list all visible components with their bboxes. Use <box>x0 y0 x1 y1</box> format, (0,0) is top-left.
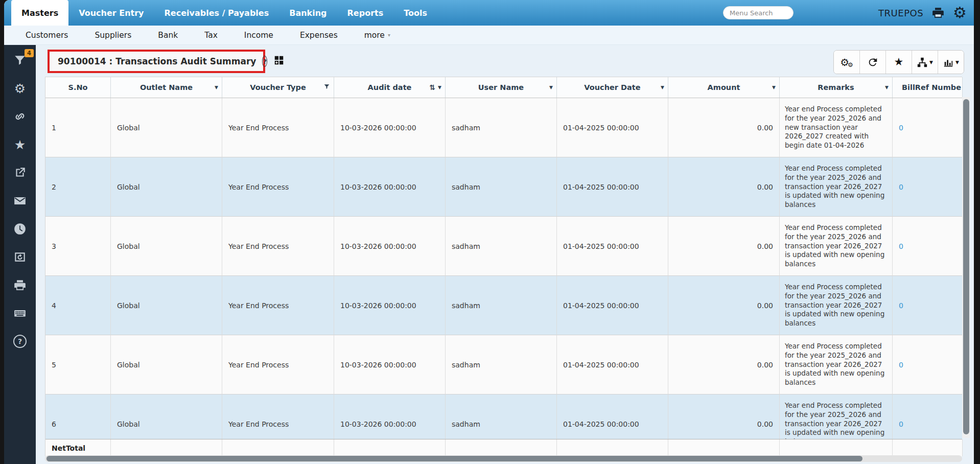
column-label: Audit date <box>368 83 412 91</box>
menu-item-tools[interactable]: Tools <box>393 0 437 26</box>
chart-button[interactable]: ▼ <box>938 51 964 74</box>
cell-user: sadham <box>446 276 557 335</box>
net-total-cell <box>557 439 668 456</box>
share-icon[interactable] <box>12 166 28 180</box>
horizontal-scrollbar <box>45 455 962 462</box>
submenu-item-more[interactable]: more▾ <box>351 31 404 40</box>
menu-item-receivables-payables[interactable]: Receivables / Payables <box>154 0 279 26</box>
chevron-down-icon[interactable]: ▼ <box>549 85 553 90</box>
cell-user: sadham <box>446 217 557 276</box>
cell-outlet: Global <box>111 217 222 276</box>
menu-item-reports[interactable]: Reports <box>337 0 394 26</box>
net-total-cell <box>668 439 780 456</box>
submenu-item-bank[interactable]: Bank <box>145 31 191 40</box>
hierarchy-button[interactable]: ▼ <box>912 51 938 74</box>
net-total-cell <box>222 439 334 456</box>
column-header-audit-date[interactable]: Audit date⇅▼ <box>334 77 446 98</box>
page-title: 90100014 : Transactions Audit Summary <box>58 56 256 66</box>
cell-audit-date: 10-03-2026 00:00:00 <box>334 217 446 276</box>
cell-audit-date: 10-03-2026 00:00:00 <box>334 276 446 335</box>
chevron-down-icon: ▾ <box>388 32 390 38</box>
submenu-item-customers[interactable]: Customers <box>12 31 81 40</box>
billref-link[interactable]: 0 <box>899 124 903 132</box>
cell-remarks: Year end Process completed for the year … <box>780 395 893 439</box>
cell-user: sadham <box>446 335 557 395</box>
billref-link[interactable]: 0 <box>899 361 903 369</box>
help-icon[interactable]: ? <box>262 56 267 67</box>
cell-sno: 1 <box>45 98 111 157</box>
menu-item-voucher-entry[interactable]: Voucher Entry <box>68 0 154 26</box>
net-total-cell <box>893 439 963 456</box>
chevron-down-icon[interactable]: ▼ <box>661 85 664 90</box>
cell-billref: 0 <box>893 157 962 217</box>
link-icon[interactable] <box>12 109 28 124</box>
column-header-s-no[interactable]: S.No <box>45 77 111 98</box>
star-button[interactable]: ★ <box>886 51 912 74</box>
column-label: Voucher Date <box>584 83 640 91</box>
star-icon[interactable]: ★ <box>12 137 28 152</box>
billref-link[interactable]: 0 <box>899 183 903 191</box>
cell-billref: 0 <box>893 98 962 157</box>
gear-icon[interactable]: ⚙ <box>953 5 967 20</box>
gears-button[interactable]: ⚙⚙ <box>834 51 860 74</box>
chevron-down-icon[interactable]: ▼ <box>438 85 441 90</box>
column-header-user-name[interactable]: User Name▼ <box>446 77 557 98</box>
chevron-down-icon[interactable]: ▼ <box>772 85 776 90</box>
menu-item-masters[interactable]: Masters <box>11 0 68 26</box>
menu-search-input[interactable] <box>723 6 794 19</box>
vertical-scrollbar-thumb[interactable] <box>963 99 969 434</box>
cell-billref: 0 <box>893 276 962 335</box>
submenu-item-income[interactable]: Income <box>231 31 287 40</box>
column-header-voucher-type[interactable]: Voucher Type <box>222 77 334 98</box>
net-total-cell <box>111 439 222 456</box>
submenu-item-label: more <box>364 31 385 40</box>
chevron-down-icon: ▼ <box>955 60 959 65</box>
keyboard-icon[interactable] <box>12 306 28 320</box>
billref-link[interactable]: 0 <box>899 420 903 428</box>
column-header-voucher-date[interactable]: Voucher Date▼ <box>557 77 668 98</box>
submenu-item-expenses[interactable]: Expenses <box>287 31 351 40</box>
grid-layout-icon[interactable] <box>273 55 285 68</box>
sort-icon[interactable]: ⇅ <box>429 83 435 91</box>
help-icon[interactable]: ? <box>12 334 28 349</box>
cell-remarks: Year end Process completed for the year … <box>780 276 893 335</box>
cell-audit-date: 10-03-2026 00:00:00 <box>334 98 446 157</box>
cell-remarks: Year end Process completed for the year … <box>780 98 893 157</box>
submenu-item-tax[interactable]: Tax <box>191 31 231 40</box>
cell-outlet: Global <box>111 157 222 217</box>
cell-amount: 0.00 <box>668 395 780 439</box>
settings-icon[interactable]: ⚙ <box>12 81 28 96</box>
filter-count-badge: 4 <box>25 49 34 57</box>
print-icon[interactable] <box>12 278 28 292</box>
column-header-billref-numbe[interactable]: BillRef Numbe <box>893 77 963 98</box>
column-header-outlet-name[interactable]: Outlet Name▼ <box>111 77 222 98</box>
report-title-box: 90100014 : Transactions Audit Summary ? <box>48 50 265 73</box>
table-header-row: S.NoOutlet Name▼Voucher TypeAudit date⇅▼… <box>45 77 962 98</box>
submenu-item-suppliers[interactable]: Suppliers <box>81 31 145 40</box>
horizontal-scrollbar-thumb[interactable] <box>46 456 862 461</box>
cell-voucher-date: 01-04-2025 00:00:00 <box>557 276 668 335</box>
cell-voucher-date: 01-04-2025 00:00:00 <box>557 157 668 217</box>
billref-link[interactable]: 0 <box>899 301 903 310</box>
chevron-down-icon[interactable]: ▼ <box>885 85 889 90</box>
column-header-amount[interactable]: Amount▼ <box>668 77 780 98</box>
chevron-down-icon: ▼ <box>929 60 933 65</box>
app-window: MastersVoucher EntryReceivables / Payabl… <box>4 0 974 464</box>
mail-icon[interactable] <box>12 194 28 208</box>
column-filter-icon[interactable] <box>323 83 330 91</box>
net-total-cell <box>334 439 446 456</box>
column-header-remarks[interactable]: Remarks▼ <box>780 77 893 98</box>
cell-sno: 5 <box>45 335 111 395</box>
cell-outlet: Global <box>111 335 222 395</box>
cell-sno: 6 <box>45 395 111 439</box>
chevron-down-icon[interactable]: ▼ <box>215 85 218 90</box>
clock-icon[interactable] <box>12 222 28 236</box>
refresh-button[interactable] <box>860 51 886 74</box>
print-icon[interactable] <box>931 6 945 19</box>
menu-item-banking[interactable]: Banking <box>279 0 337 26</box>
table-row: 4GlobalYear End Process10-03-2026 00:00:… <box>45 276 962 335</box>
cell-audit-date: 10-03-2026 00:00:00 <box>334 395 446 439</box>
filter-icon[interactable]: 4 <box>12 53 28 67</box>
window-refresh-icon[interactable] <box>12 250 28 264</box>
billref-link[interactable]: 0 <box>899 242 903 250</box>
